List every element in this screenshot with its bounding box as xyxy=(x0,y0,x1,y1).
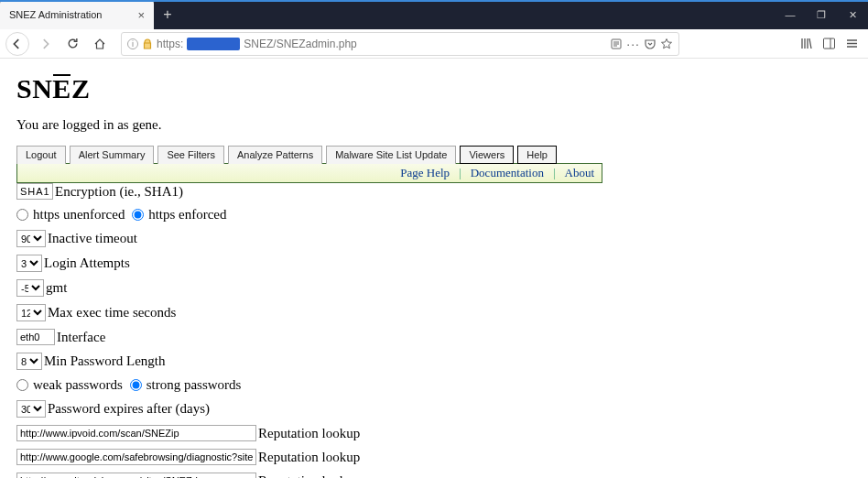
reputation-label-1: Reputation lookup xyxy=(258,426,360,441)
inactive-timeout-select[interactable]: 900 xyxy=(16,230,46,247)
home-button[interactable] xyxy=(88,32,112,56)
timezone-select[interactable]: -5 xyxy=(16,279,44,297)
reader-mode-icon[interactable] xyxy=(610,38,623,50)
url-bar[interactable]: i https: SNEZ/SNEZadmin.php ··· xyxy=(121,32,679,56)
tab-viewers[interactable]: Viewers xyxy=(460,146,514,164)
tab-see-filters[interactable]: See Filters xyxy=(157,146,224,164)
login-attempts-label: Login Attempts xyxy=(44,255,130,271)
help-subnav: Page Help| Documentation| About xyxy=(16,163,602,183)
page-actions-icon[interactable]: ··· xyxy=(626,37,640,51)
inactive-timeout-label: Inactive timeout xyxy=(48,231,137,246)
window-close-button[interactable]: ✕ xyxy=(837,0,868,29)
label-strong-passwords: strong passwords xyxy=(146,377,242,393)
app-menu-icon[interactable] xyxy=(845,37,859,50)
tab-malware-update[interactable]: Malware Site List Update xyxy=(326,146,456,164)
reputation-label-2: Reputation lookup xyxy=(258,450,360,465)
label-weak-passwords: weak passwords xyxy=(33,377,123,393)
tab-title: SNEZ Administration xyxy=(9,9,102,20)
reputation-input-1[interactable] xyxy=(16,425,256,441)
radio-https-unenforced[interactable] xyxy=(16,209,28,221)
forward-button[interactable] xyxy=(33,32,57,56)
password-expiry-select[interactable]: 30 xyxy=(16,400,46,418)
timezone-label: gmt xyxy=(46,280,67,296)
page-content: SNEZ You are logged in as gene. Logout A… xyxy=(0,59,868,478)
window-minimize-button[interactable]: — xyxy=(775,0,806,29)
link-documentation[interactable]: Documentation xyxy=(471,166,544,180)
reload-icon xyxy=(67,38,79,49)
interface-label: Interface xyxy=(57,330,105,345)
sidebar-icon[interactable] xyxy=(822,37,836,50)
link-about[interactable]: About xyxy=(565,166,595,180)
new-tab-button[interactable]: + xyxy=(154,0,181,29)
tab-analyze-patterns[interactable]: Analyze Patterns xyxy=(228,146,322,164)
password-expiry-label: Password expires after (days) xyxy=(48,401,210,417)
label-https-unenforced: https unenforced xyxy=(33,207,125,223)
url-text-suffix: SNEZ/SNEZadmin.php xyxy=(244,38,356,50)
min-password-select[interactable]: 8 xyxy=(16,353,42,370)
reputation-input-3[interactable] xyxy=(16,473,256,478)
app-title: SNEZ xyxy=(16,73,852,104)
radio-https-enforced[interactable] xyxy=(132,209,144,221)
login-status-text: You are logged in as gene. xyxy=(16,117,852,133)
browser-toolbar: i https: SNEZ/SNEZadmin.php ··· xyxy=(0,29,868,59)
radio-strong-passwords[interactable] xyxy=(130,379,142,391)
url-text-prefix: https: xyxy=(157,38,183,50)
bookmark-star-icon[interactable] xyxy=(660,38,673,50)
interface-input[interactable] xyxy=(16,329,55,345)
window-maximize-button[interactable]: ❐ xyxy=(806,0,837,29)
login-attempts-select[interactable]: 3 xyxy=(16,255,42,272)
max-exec-select[interactable]: 120 xyxy=(16,304,46,321)
tab-logout[interactable]: Logout xyxy=(16,146,66,164)
arrow-left-icon xyxy=(12,38,23,49)
tab-help[interactable]: Help xyxy=(517,146,557,164)
pocket-icon[interactable] xyxy=(644,38,656,50)
back-button[interactable] xyxy=(5,32,29,56)
svg-rect-1 xyxy=(824,38,835,49)
encryption-label: Encryption (ie., SHA1) xyxy=(55,184,183,200)
close-tab-icon[interactable]: × xyxy=(137,9,145,21)
info-icon: i xyxy=(127,38,138,49)
reload-button[interactable] xyxy=(60,32,84,56)
browser-titlebar: SNEZ Administration × + — ❐ ✕ xyxy=(0,0,868,29)
link-page-help[interactable]: Page Help xyxy=(400,166,450,180)
home-icon xyxy=(93,38,106,50)
reputation-input-2[interactable] xyxy=(16,449,256,465)
arrow-right-icon xyxy=(39,38,50,49)
reputation-label-3: Reputation lookup xyxy=(258,473,360,479)
lock-warning-icon xyxy=(142,38,153,49)
min-password-label: Min Password Length xyxy=(44,353,166,369)
library-icon[interactable] xyxy=(799,37,813,50)
tab-alert-summary[interactable]: Alert Summary xyxy=(70,146,155,164)
url-redacted-segment xyxy=(187,38,240,50)
max-exec-label: Max exec time seconds xyxy=(48,305,176,320)
browser-tab-active[interactable]: SNEZ Administration × xyxy=(0,0,154,29)
encryption-input[interactable] xyxy=(16,183,53,200)
label-https-enforced: https enforced xyxy=(148,207,226,223)
main-tabs: Logout Alert Summary See Filters Analyze… xyxy=(16,146,852,164)
radio-weak-passwords[interactable] xyxy=(16,379,28,391)
